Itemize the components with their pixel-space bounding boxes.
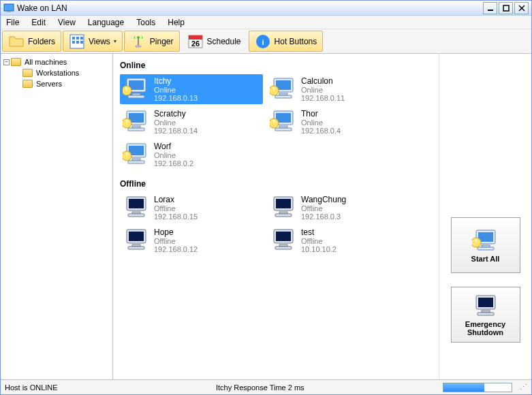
svg-rect-20 <box>76 41 79 44</box>
emergency-shutdown-button[interactable]: Emergency Shutdown <box>451 287 520 343</box>
svg-rect-16 <box>72 37 75 40</box>
tree-workstations[interactable]: Workstations <box>3 67 110 78</box>
chevron-down-icon: ▾ <box>114 38 116 44</box>
computer-on-icon <box>270 108 297 136</box>
menu-help[interactable]: Help <box>168 18 185 27</box>
collapse-icon[interactable]: − <box>3 59 10 65</box>
computer-on-icon <box>123 108 150 136</box>
machine-name: Lorax <box>154 195 198 204</box>
machine-name: WangChung <box>301 195 346 204</box>
machine-status: Offline <box>301 237 337 245</box>
machine-item[interactable]: testOffline10.10.10.2 <box>267 225 410 255</box>
computer-on-icon <box>472 227 499 252</box>
info-icon: i <box>255 33 271 50</box>
toolbar-hotbuttons-label: Hot Buttons <box>275 37 317 46</box>
app-window: Wake on LAN File Edit View Language Tool… <box>0 0 532 395</box>
group-offline: Offline <box>120 179 432 189</box>
app-icon <box>3 3 14 14</box>
machine-ip: 192.168.0.12 <box>154 245 198 253</box>
svg-rect-18 <box>80 37 83 40</box>
machine-name: Worf <box>154 142 193 151</box>
svg-rect-12 <box>503 5 509 11</box>
antenna-icon <box>130 33 146 50</box>
machine-ip: 192.168.0.14 <box>154 127 198 135</box>
svg-rect-10 <box>7 11 11 12</box>
svg-rect-21 <box>80 41 83 44</box>
menu-edit[interactable]: Edit <box>31 18 46 27</box>
folder-icon <box>8 33 25 50</box>
toolbar-schedule[interactable]: 26 Schedule <box>181 31 247 52</box>
menubar: File Edit View Language Tools Help <box>1 16 531 29</box>
machine-ip: 192.168.0.11 <box>301 94 345 102</box>
machine-status: Online <box>154 118 198 127</box>
machine-status: Online <box>154 86 198 94</box>
svg-point-24 <box>135 45 142 48</box>
machine-ip: 10.10.10.2 <box>301 245 337 253</box>
machine-ip: 192.168.0.3 <box>301 212 346 221</box>
tree-servers[interactable]: Servers <box>3 78 110 89</box>
menu-view[interactable]: View <box>58 18 76 27</box>
machine-name: Thor <box>301 109 341 118</box>
machine-status: Offline <box>154 237 198 245</box>
machine-ip: 192.168.0.13 <box>154 94 198 102</box>
machine-name: test <box>301 227 337 237</box>
svg-rect-9 <box>4 4 14 11</box>
toolbar-hotbuttons[interactable]: i Hot Buttons <box>249 31 324 52</box>
menu-tools[interactable]: Tools <box>136 18 155 27</box>
toolbar-views[interactable]: Views ▾ <box>63 31 123 52</box>
computer-on-icon <box>270 76 297 103</box>
machine-name: Scratchy <box>154 109 198 118</box>
toolbar-schedule-label: Schedule <box>207 37 241 46</box>
computer-on-icon <box>123 141 150 168</box>
machine-status: Offline <box>154 204 198 212</box>
minimize-button[interactable] <box>483 2 497 14</box>
svg-rect-17 <box>76 37 79 40</box>
computer-off-icon <box>123 227 150 254</box>
machine-item[interactable]: ItchyOnline192.168.0.13 <box>120 74 263 104</box>
hot-buttons-panel: Start All Emergency Shutdown <box>439 54 531 379</box>
group-online: Online <box>120 61 432 70</box>
titlebar: Wake on LAN <box>1 1 531 16</box>
emergency-label: Emergency Shutdown <box>465 320 505 336</box>
toolbar-pinger-label: Pinger <box>150 37 174 46</box>
close-button[interactable] <box>514 2 529 14</box>
resize-gripper-icon[interactable]: ⋰ <box>519 383 527 392</box>
maximize-button[interactable] <box>499 2 513 14</box>
tree-root-label: All machines <box>25 58 67 66</box>
menu-file[interactable]: File <box>6 18 19 27</box>
machine-item[interactable]: CalculonOnline192.168.0.11 <box>267 74 410 104</box>
machine-name: Hope <box>154 227 198 237</box>
machine-status: Offline <box>301 204 346 212</box>
machine-item[interactable]: LoraxOffline192.168.0.15 <box>120 193 263 223</box>
computer-on-icon <box>123 76 150 103</box>
computer-off-icon <box>472 293 499 317</box>
svg-text:i: i <box>262 38 264 46</box>
machine-item[interactable]: HopeOffline192.168.0.12 <box>120 225 263 255</box>
window-title: Wake on LAN <box>17 3 483 13</box>
toolbar-views-label: Views <box>89 37 110 46</box>
toolbar-pinger[interactable]: Pinger <box>124 31 180 52</box>
tree-root[interactable]: − All machines <box>3 57 110 67</box>
machine-list[interactable]: Online ItchyOnline192.168.0.13CalculonOn… <box>113 54 439 379</box>
start-all-button[interactable]: Start All <box>451 217 520 273</box>
computer-off-icon <box>270 194 297 221</box>
tree-servers-label: Servers <box>36 80 62 88</box>
tree-workstations-label: Workstations <box>36 69 79 77</box>
toolbar-folders[interactable]: Folders <box>2 31 61 52</box>
machine-item[interactable]: WangChungOffline192.168.0.3 <box>267 193 410 223</box>
toolbar: Folders Views ▾ Pinger 26 Schedule i Hot… <box>1 29 531 54</box>
folder-icon <box>11 58 21 66</box>
machine-item[interactable]: ScratchyOnline192.168.0.14 <box>120 107 263 137</box>
status-response: Itchy Response Time 2 ms <box>216 383 436 392</box>
start-all-label: Start All <box>471 255 500 263</box>
menu-language[interactable]: Language <box>88 18 124 27</box>
folder-icon <box>22 69 33 77</box>
computer-off-icon <box>123 194 150 221</box>
machine-ip: 192.168.0.4 <box>301 127 341 135</box>
machine-status: Online <box>301 86 345 94</box>
calendar-icon: 26 <box>187 33 204 50</box>
statusbar: Host is ONLINE Itchy Response Time 2 ms … <box>1 379 531 394</box>
machine-item[interactable]: WorfOnline192.168.0.2 <box>120 140 263 170</box>
machine-item[interactable]: ThorOnline192.168.0.4 <box>267 107 410 137</box>
folder-tree[interactable]: − All machines Workstations Servers <box>1 54 113 379</box>
